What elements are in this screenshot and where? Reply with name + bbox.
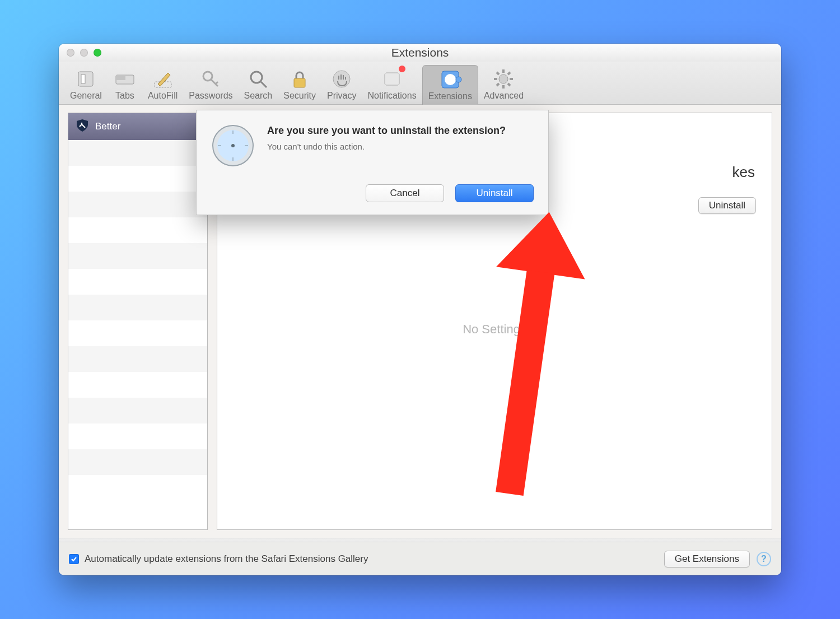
- window-titlebar: Extensions: [59, 44, 781, 62]
- svg-rect-3: [116, 75, 125, 80]
- svg-point-13: [456, 77, 461, 82]
- tab-passwords[interactable]: Passwords: [183, 65, 238, 104]
- svg-line-19: [497, 72, 499, 75]
- tab-autofill[interactable]: AutoFill: [142, 65, 183, 104]
- annotation-arrow-icon: [473, 212, 619, 505]
- confirm-uninstall-button[interactable]: Uninstall: [455, 184, 534, 202]
- extension-row-better[interactable]: Better: [68, 113, 207, 140]
- key-icon: [199, 67, 222, 91]
- tab-notifications[interactable]: Notifications: [362, 65, 422, 104]
- notification-badge-icon: [399, 66, 405, 72]
- lock-icon: [288, 67, 311, 91]
- get-extensions-button[interactable]: Get Extensions: [664, 551, 750, 567]
- preferences-toolbar: General Tabs AutoFill Passwords Search: [59, 62, 781, 105]
- svg-rect-10: [385, 73, 399, 85]
- svg-rect-1: [81, 75, 85, 83]
- dialog-message: Are you sure you want to uninstall the e…: [267, 124, 506, 137]
- tab-extensions[interactable]: Extensions: [422, 65, 478, 105]
- svg-rect-32: [496, 270, 554, 496]
- svg-rect-0: [78, 72, 93, 86]
- window-footer: Automatically update extensions from the…: [59, 542, 781, 575]
- obscured-title-fragment: kes: [732, 164, 755, 181]
- svg-point-30: [231, 144, 235, 147]
- confirm-uninstall-dialog: Are you sure you want to uninstall the e…: [196, 110, 549, 215]
- compass-puzzle-icon: [438, 68, 462, 91]
- svg-rect-8: [294, 78, 305, 87]
- tab-label: Extensions: [428, 91, 472, 101]
- dialog-subtext: You can't undo this action.: [267, 142, 506, 151]
- svg-line-21: [508, 72, 510, 75]
- svg-point-23: [81, 122, 83, 124]
- pencil-icon: [151, 67, 175, 91]
- tabs-icon: [113, 67, 137, 91]
- cancel-button[interactable]: Cancel: [366, 184, 444, 202]
- svg-line-22: [497, 83, 499, 86]
- tab-advanced[interactable]: Advanced: [478, 65, 529, 104]
- tab-privacy[interactable]: Privacy: [321, 65, 362, 104]
- tab-label: Privacy: [327, 91, 356, 101]
- tab-label: General: [70, 91, 102, 101]
- svg-point-12: [445, 74, 456, 85]
- tab-label: Search: [244, 91, 273, 101]
- tab-label: Advanced: [484, 91, 524, 101]
- extensions-list-sidebar: Better: [68, 113, 208, 530]
- check-icon: [71, 556, 77, 562]
- svg-point-14: [499, 75, 508, 83]
- tab-security[interactable]: Security: [278, 65, 321, 104]
- tab-general[interactable]: General: [64, 65, 108, 104]
- switch-icon: [74, 67, 97, 91]
- uninstall-extension-button[interactable]: Uninstall: [698, 197, 756, 214]
- shield-icon: [75, 118, 90, 136]
- window-title: Extensions: [59, 46, 781, 59]
- safari-compass-icon: [211, 124, 255, 170]
- tab-label: Passwords: [189, 91, 232, 101]
- tab-label: Notifications: [367, 91, 416, 101]
- svg-line-20: [508, 83, 510, 86]
- svg-line-7: [261, 82, 267, 87]
- auto-update-label: Automatically update extensions from the…: [85, 553, 664, 565]
- preferences-window: Extensions General Tabs AutoFill Pa: [59, 44, 781, 575]
- extension-name: Better: [95, 121, 120, 132]
- notification-icon: [380, 67, 404, 91]
- tab-label: AutoFill: [148, 91, 178, 101]
- svg-marker-31: [496, 212, 594, 279]
- gear-icon: [492, 67, 515, 91]
- tab-tabs[interactable]: Tabs: [108, 65, 142, 104]
- empty-list-rows: [68, 140, 207, 501]
- help-button[interactable]: ?: [757, 552, 771, 566]
- hand-icon: [330, 67, 353, 91]
- auto-update-checkbox[interactable]: [69, 554, 79, 564]
- tab-label: Security: [283, 91, 316, 101]
- search-icon: [246, 67, 270, 91]
- svg-point-6: [251, 72, 262, 83]
- tab-search[interactable]: Search: [239, 65, 278, 104]
- tab-label: Tabs: [115, 91, 134, 101]
